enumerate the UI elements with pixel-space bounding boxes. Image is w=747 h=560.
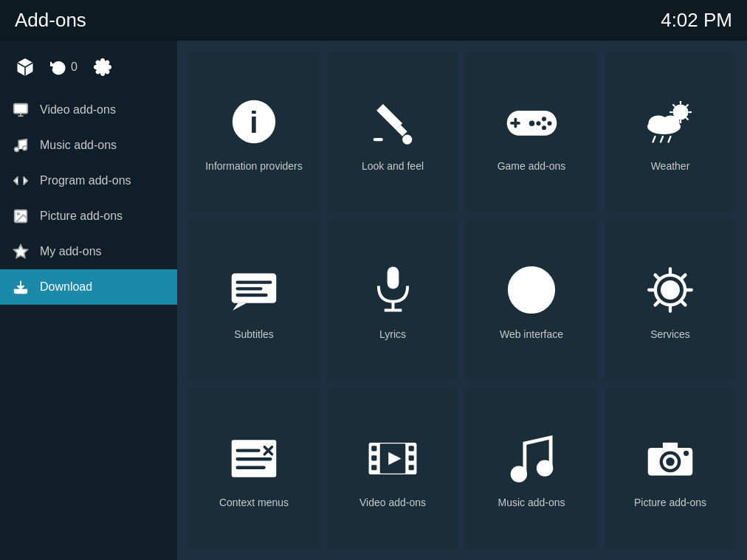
svg-rect-58 — [236, 466, 266, 469]
card-context-menus[interactable]: Context menus — [188, 388, 320, 549]
sidebar-item-download[interactable]: Download — [0, 269, 177, 305]
card-label-look-and-feel: Look and feel — [362, 160, 424, 172]
svg-rect-41 — [236, 287, 263, 290]
grid-music-icon — [502, 429, 561, 488]
svg-point-68 — [510, 466, 526, 482]
card-look-and-feel[interactable]: Look and feel — [327, 52, 458, 212]
svg-marker-39 — [233, 303, 247, 310]
card-grid-picture-addons[interactable]: Picture add-ons — [605, 388, 736, 549]
svg-point-19 — [547, 121, 551, 125]
card-label-grid-video: Video add-ons — [359, 497, 426, 508]
look-and-feel-icon — [363, 92, 422, 151]
web-interface-icon — [502, 260, 561, 319]
lyrics-icon — [363, 260, 422, 319]
svg-point-51 — [662, 282, 678, 298]
settings-icon-btn[interactable] — [89, 54, 116, 80]
svg-rect-65 — [409, 465, 414, 470]
card-lyrics[interactable]: Lyrics — [327, 220, 458, 381]
card-grid-video-addons[interactable]: Video add-ons — [327, 388, 458, 549]
weather-icon — [641, 92, 700, 151]
svg-rect-2 — [14, 104, 27, 114]
addons-icon[interactable] — [12, 54, 38, 80]
svg-rect-56 — [236, 449, 261, 452]
sidebar-item-program-addons[interactable]: Program add-ons — [0, 163, 177, 198]
grid-picture-icon — [641, 429, 700, 488]
sidebar-item-music-addons[interactable]: Music add-ons — [0, 128, 177, 163]
services-icon — [641, 260, 700, 319]
app-title: Add-ons — [15, 9, 86, 32]
svg-point-18 — [542, 117, 546, 121]
subtitles-icon — [224, 260, 283, 319]
card-label-information-providers: Information providers — [205, 160, 303, 172]
sidebar-label-video: Video add-ons — [40, 103, 116, 117]
svg-marker-9 — [14, 245, 27, 257]
svg-rect-14 — [374, 138, 383, 141]
card-label-lyrics: Lyrics — [379, 328, 406, 340]
sidebar-item-my-addons[interactable]: My add-ons — [0, 234, 177, 269]
svg-rect-63 — [409, 446, 414, 451]
card-information-providers[interactable]: i Information providers — [188, 52, 320, 212]
svg-point-34 — [661, 115, 679, 128]
svg-rect-61 — [371, 455, 376, 460]
svg-text:i: i — [249, 106, 258, 139]
download-icon — [12, 278, 30, 296]
sidebar-item-video-addons[interactable]: Video add-ons — [0, 92, 177, 128]
svg-point-6 — [23, 146, 27, 151]
picture-icon — [12, 207, 30, 225]
svg-point-8 — [17, 212, 19, 215]
sidebar-label-my-addons: My add-ons — [40, 245, 102, 258]
sidebar-label-picture: Picture add-ons — [40, 210, 123, 223]
card-label-context-menus: Context menus — [219, 497, 289, 508]
card-grid-music-addons[interactable]: Music add-ons — [466, 388, 597, 549]
svg-line-37 — [668, 136, 670, 142]
svg-point-13 — [402, 135, 412, 145]
music-icon — [12, 136, 30, 154]
svg-rect-64 — [409, 455, 414, 460]
sidebar-label-music: Music add-ons — [40, 139, 117, 152]
sidebar-top-icons: 0 — [0, 48, 177, 92]
svg-point-5 — [15, 148, 19, 152]
svg-line-35 — [653, 136, 655, 142]
sidebar: 0 Video add-ons — [0, 41, 177, 560]
svg-point-20 — [536, 121, 540, 125]
card-label-subtitles: Subtitles — [234, 328, 274, 340]
svg-line-36 — [661, 136, 663, 142]
card-label-web-interface: Web interface — [500, 328, 563, 340]
card-subtitles[interactable]: Subtitles — [188, 220, 320, 381]
svg-rect-57 — [236, 457, 272, 460]
sidebar-nav: Video add-ons Music add-ons — [0, 92, 177, 305]
card-weather[interactable]: Weather — [605, 52, 736, 212]
svg-rect-60 — [371, 446, 376, 451]
svg-rect-42 — [236, 293, 268, 296]
svg-rect-40 — [236, 280, 272, 283]
sidebar-item-picture-addons[interactable]: Picture add-ons — [0, 198, 177, 234]
card-services[interactable]: Services — [605, 220, 736, 381]
svg-line-29 — [686, 117, 688, 120]
sidebar-label-program: Program add-ons — [40, 174, 131, 187]
update-count: 0 — [71, 61, 78, 74]
update-refresh[interactable]: 0 — [50, 59, 78, 75]
svg-point-69 — [536, 460, 552, 476]
card-label-game-addons: Game add-ons — [498, 160, 566, 172]
context-menus-icon — [224, 429, 283, 488]
card-web-interface[interactable]: Web interface — [466, 220, 597, 381]
star-icon — [12, 243, 30, 260]
sidebar-label-download: Download — [40, 280, 92, 294]
content-grid: i Information providers Look and feel — [177, 41, 747, 560]
game-addons-icon — [502, 92, 561, 151]
app-header: Add-ons 4:02 PM — [0, 0, 747, 41]
svg-rect-43 — [387, 267, 399, 289]
svg-point-21 — [542, 125, 546, 130]
card-label-grid-picture: Picture add-ons — [634, 497, 706, 508]
video-icon — [12, 101, 30, 119]
program-icon — [12, 172, 30, 190]
clock: 4:02 PM — [661, 9, 732, 32]
svg-line-30 — [686, 104, 688, 106]
card-label-weather: Weather — [651, 160, 690, 172]
grid-video-icon — [363, 429, 422, 488]
svg-line-28 — [672, 104, 675, 106]
svg-point-22 — [529, 121, 534, 127]
card-label-grid-music: Music add-ons — [498, 497, 565, 508]
information-providers-icon: i — [224, 92, 283, 151]
card-game-addons[interactable]: Game add-ons — [466, 52, 597, 212]
